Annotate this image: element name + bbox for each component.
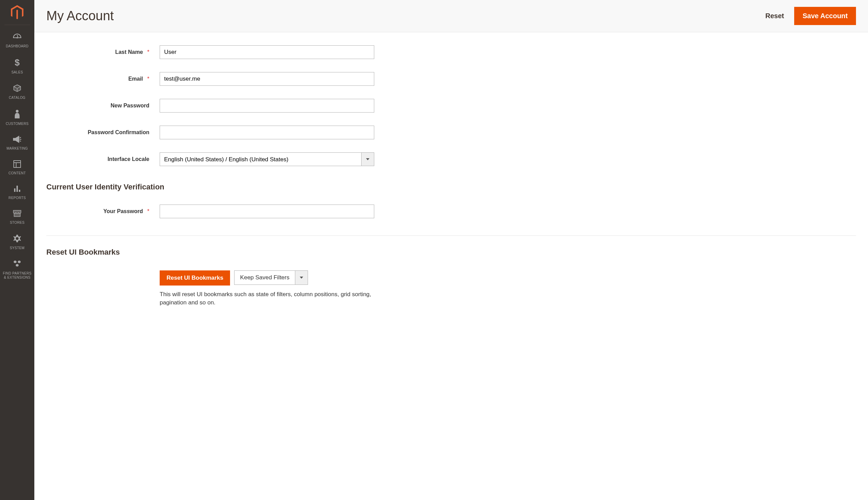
section-divider [46,236,856,236]
gear-icon [13,235,21,245]
page-header: My Account Reset Save Account [34,0,868,32]
nav-label: DASHBOARD [6,44,29,48]
blocks-icon [13,260,21,270]
new-password-label: New Password [46,103,160,109]
nav-label: CATALOG [9,96,25,100]
filter-dropdown-toggle[interactable] [295,270,308,285]
dashboard-icon [13,33,22,43]
nav-marketing[interactable]: MARKETING [0,131,34,156]
required-mark: * [147,76,149,82]
filter-select-value[interactable]: Keep Saved Filters [234,270,295,285]
your-password-label: Your Password * [46,208,160,215]
interface-locale-select[interactable]: English (United States) / English (Unite… [160,152,361,166]
bookmarks-buttons: Reset UI Bookmarks Keep Saved Filters [160,270,373,285]
filter-select: Keep Saved Filters [234,270,308,285]
last-name-input[interactable] [160,45,374,59]
person-icon [14,110,20,121]
nav-label: FIND PARTNERS & EXTENSIONS [2,271,33,280]
interface-locale-select-wrapper: English (United States) / English (Unite… [160,152,374,166]
required-mark: * [147,208,149,214]
svg-rect-3 [14,161,21,168]
save-account-button[interactable]: Save Account [794,7,856,25]
nav-reports[interactable]: REPORTS [0,180,34,205]
last-name-label: Last Name * [46,49,160,55]
nav-customers[interactable]: CUSTOMERS [0,105,34,131]
nav-label: CUSTOMERS [6,122,29,126]
nav-label: SYSTEM [10,246,25,250]
svg-rect-6 [14,189,15,192]
bookmarks-controls: Reset UI Bookmarks Keep Saved Filters Th… [160,270,373,307]
verification-heading: Current User Identity Verification [46,183,856,192]
new-password-input[interactable] [160,99,374,113]
new-password-row: New Password [46,99,856,113]
password-confirmation-input[interactable] [160,126,374,139]
reset-bookmarks-button[interactable]: Reset UI Bookmarks [160,270,230,285]
nav-partners[interactable]: FIND PARTNERS & EXTENSIONS [0,255,34,284]
svg-text:$: $ [15,58,20,67]
dollar-icon: $ [14,58,20,69]
bars-icon [13,185,21,195]
bookmarks-heading: Reset UI Bookmarks [46,248,856,257]
password-confirmation-row: Password Confirmation [46,126,856,139]
bookmarks-row: Reset UI Bookmarks Keep Saved Filters Th… [46,270,856,307]
your-password-input[interactable] [160,205,374,218]
header-actions: Reset Save Account [765,7,856,25]
interface-locale-row: Interface Locale English (United States)… [46,152,856,166]
your-password-row: Your Password * [46,205,856,218]
required-mark: * [147,49,149,55]
svg-point-0 [16,37,18,38]
megaphone-icon [13,136,22,145]
nav-label: STORES [10,221,25,225]
layout-icon [13,160,21,170]
email-row: Email * [46,72,856,86]
sidebar: DASHBOARD $ SALES CATALOG CUSTOMERS MARK… [0,0,34,500]
email-input[interactable] [160,72,374,86]
cube-icon [13,84,21,94]
form-content: Last Name * Email * New Password Passwor… [34,32,868,320]
nav-content[interactable]: CONTENT [0,156,34,180]
nav-stores[interactable]: STORES [0,205,34,230]
reset-button[interactable]: Reset [765,12,784,20]
chevron-down-icon [366,158,370,160]
nav-label: SALES [11,70,23,75]
nav-dashboard[interactable]: DASHBOARD [0,29,34,53]
nav-label: REPORTS [9,196,26,200]
last-name-row: Last Name * [46,45,856,59]
password-confirmation-label: Password Confirmation [46,129,160,136]
nav-label: CONTENT [9,171,26,175]
nav-system[interactable]: SYSTEM [0,230,34,255]
magento-logo[interactable] [4,5,30,25]
bookmarks-help-text: This will reset UI bookmarks such as sta… [160,290,373,307]
nav-label: MARKETING [7,147,28,151]
svg-point-2 [16,110,19,113]
main-content: My Account Reset Save Account Last Name … [34,0,868,500]
svg-rect-7 [16,186,18,192]
nav-catalog[interactable]: CATALOG [0,79,34,105]
nav-sales[interactable]: $ SALES [0,53,34,79]
storefront-icon [13,210,22,219]
email-label: Email * [46,76,160,82]
chevron-down-icon [300,276,303,279]
svg-rect-8 [19,190,20,192]
interface-locale-label: Interface Locale [46,156,160,162]
page-title: My Account [46,9,114,23]
locale-dropdown-toggle[interactable] [361,152,374,166]
